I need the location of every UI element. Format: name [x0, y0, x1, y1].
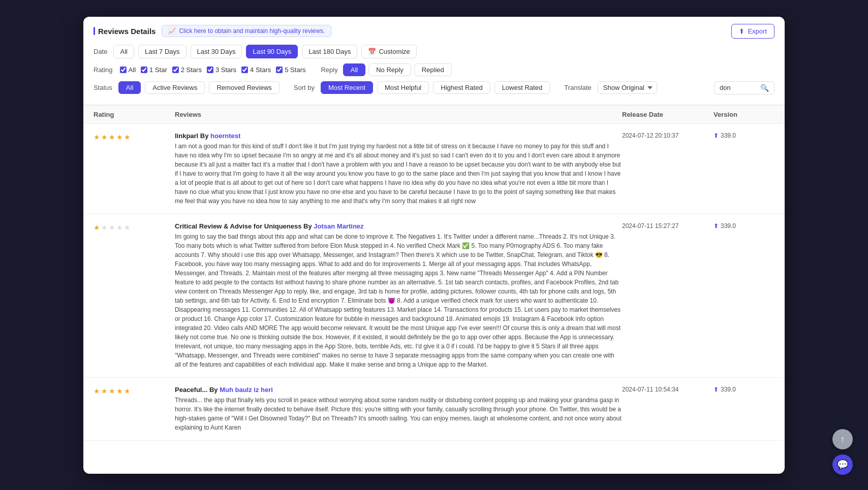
translate-group: Translate Show Original: [564, 81, 657, 94]
rating-1star-checkbox[interactable]: 1 Star: [141, 66, 167, 74]
page-header: Reviews Details 📈 Click here to obtain a…: [83, 17, 785, 105]
date-filter-label: Date: [94, 48, 107, 55]
fab-upload-button[interactable]: ↑: [832, 429, 853, 449]
review-content-2: Critical Review & Advise for Uniqueness …: [175, 222, 622, 369]
date-all-button[interactable]: All: [113, 45, 134, 58]
reply-filter-group: Reply All No Reply Replied: [321, 63, 451, 76]
sort-lowest-rated-button[interactable]: Lowest Rated: [494, 81, 550, 94]
review-body-1: I am not a good man for this kind of stu…: [175, 142, 622, 206]
version-3: ⬆ 339.0: [714, 386, 774, 393]
table-row: ★ ★ ★ ★ ★ linkparl By hoerntest I am not…: [83, 124, 785, 214]
release-date-3: 2024-07-11 10:54:34: [622, 386, 714, 393]
review-title-1: linkparl By hoerntest: [175, 132, 622, 140]
customize-button[interactable]: 📅 Customize: [361, 45, 416, 58]
review-author-link-3[interactable]: Muh baulz iz heri: [220, 386, 273, 394]
reviews-list: ★ ★ ★ ★ ★ linkparl By hoerntest I am not…: [83, 124, 785, 441]
customize-label: Customize: [379, 48, 410, 55]
sort-most-helpful-button[interactable]: Most Helpful: [377, 81, 429, 94]
status-filter-label: Status: [94, 84, 112, 91]
review-content-3: Peaceful... By Muh baulz iz heri Threads…: [175, 386, 622, 432]
translate-select[interactable]: Show Original: [598, 81, 657, 94]
col-rating: Rating: [94, 111, 175, 118]
review-author-link-1[interactable]: hoerntest: [210, 132, 240, 140]
rating-stars-3: ★ ★ ★ ★ ★: [94, 386, 175, 395]
release-date-1: 2024-07-12 20:10:37: [622, 132, 714, 139]
export-button[interactable]: ⬆ Export: [731, 24, 774, 39]
rating-2star-checkbox[interactable]: 2 Stars: [172, 66, 202, 74]
version-1: ⬆ 339.0: [714, 132, 774, 139]
rating-all-checkbox[interactable]: All: [120, 66, 136, 74]
rating-3star-checkbox[interactable]: 3 Stars: [207, 66, 236, 74]
rating-filter-label: Rating: [94, 66, 113, 74]
rating-reply-row: Rating All 1 Star 2 Stars 3 Stars 4 Star…: [94, 63, 774, 76]
no-reply-button[interactable]: No Reply: [368, 63, 411, 76]
calendar-icon: 📅: [368, 48, 376, 55]
table-row: ★ ★ ★ ★ ★ Critical Review & Advise for U…: [83, 214, 785, 378]
date-7-button[interactable]: Last 7 Days: [138, 45, 187, 58]
fab-chat-button[interactable]: 💬: [832, 454, 853, 475]
review-body-2: Im going to say the bad things about thi…: [175, 232, 622, 369]
search-icon-button[interactable]: 🔍: [760, 84, 769, 92]
search-box[interactable]: 🔍: [714, 81, 774, 94]
date-filter-row: Date All Last 7 Days Last 30 Days Last 9…: [94, 45, 774, 58]
release-date-2: 2024-07-11 15:27:27: [622, 222, 714, 230]
title-row: Reviews Details 📈 Click here to obtain a…: [94, 24, 774, 39]
table-row: ★ ★ ★ ★ ★ Peaceful... By Muh baulz iz he…: [83, 378, 785, 441]
quality-banner-text: Click here to obtain and maintain high-q…: [179, 27, 325, 35]
sort-group: Sort by Most Recent Most Helpful Highest…: [294, 81, 550, 94]
rating-5star-checkbox[interactable]: 5 Stars: [276, 66, 305, 74]
status-sort-row: Status All Active Reviews Removed Review…: [94, 81, 774, 100]
date-90-button[interactable]: Last 90 Days: [246, 45, 298, 58]
replied-button[interactable]: Replied: [414, 63, 452, 76]
reply-filter-label: Reply: [321, 66, 337, 74]
export-icon: ⬆: [739, 27, 745, 35]
reply-all-button[interactable]: All: [343, 63, 365, 76]
search-input[interactable]: [720, 84, 760, 91]
col-release-date: Release Date: [622, 111, 714, 118]
sort-label: Sort by: [294, 84, 315, 91]
sort-highest-rated-button[interactable]: Highest Rated: [433, 81, 490, 94]
active-reviews-button[interactable]: Active Reviews: [145, 81, 205, 94]
main-window: Reviews Details 📈 Click here to obtain a…: [83, 17, 785, 474]
table-header: Rating Reviews Release Date Version: [83, 105, 785, 124]
review-body-3: Threads... the app that finally lets you…: [175, 396, 622, 432]
version-icon-1: ⬆: [714, 132, 719, 139]
title-left: Reviews Details 📈 Click here to obtain a…: [94, 25, 331, 37]
translate-label: Translate: [564, 84, 592, 91]
review-content-1: linkparl By hoerntest I am not a good ma…: [175, 132, 622, 206]
status-all-button[interactable]: All: [118, 81, 141, 94]
rating-stars-2: ★ ★ ★ ★ ★: [94, 222, 175, 232]
version-icon-2: ⬆: [714, 222, 719, 230]
col-version: Version: [714, 111, 774, 118]
quality-banner-button[interactable]: 📈 Click here to obtain and maintain high…: [162, 25, 331, 37]
version-2: ⬆ 339.0: [714, 222, 774, 230]
removed-reviews-button[interactable]: Removed Reviews: [209, 81, 279, 94]
date-180-button[interactable]: Last 180 Days: [302, 45, 357, 58]
version-icon-3: ⬆: [714, 386, 719, 393]
date-30-button[interactable]: Last 30 Days: [191, 45, 242, 58]
sort-most-recent-button[interactable]: Most Recent: [321, 81, 373, 94]
chart-icon: 📈: [168, 27, 176, 35]
rating-4star-checkbox[interactable]: 4 Stars: [241, 66, 271, 74]
export-label: Export: [748, 27, 767, 35]
review-title-3: Peaceful... By Muh baulz iz heri: [175, 386, 622, 394]
review-author-link-2[interactable]: Jotsan Martinez: [314, 222, 363, 230]
col-reviews: Reviews: [175, 111, 622, 118]
rating-stars-1: ★ ★ ★ ★ ★: [94, 132, 175, 141]
review-title-2: Critical Review & Advise for Uniqueness …: [175, 222, 622, 230]
page-title: Reviews Details: [94, 27, 156, 36]
